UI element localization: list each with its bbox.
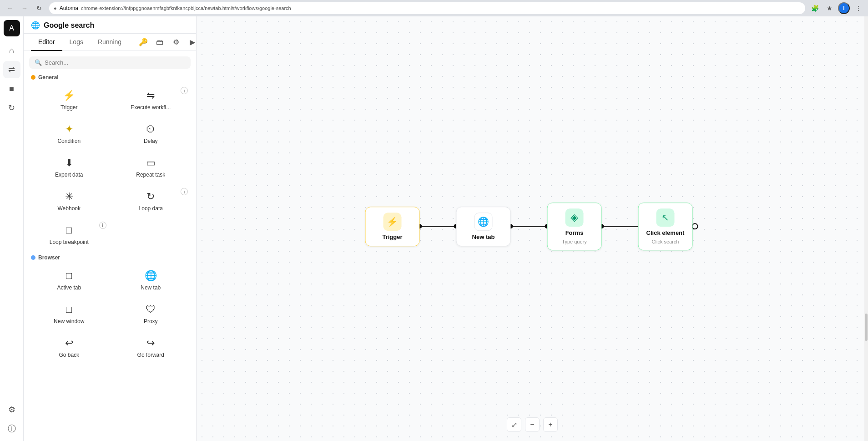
new-tab-card[interactable]: 🌐 New tab: [456, 207, 511, 246]
trigger-node-title: Trigger: [382, 233, 402, 240]
general-nodes-grid: ⚡ Trigger i ⇋ Execute workfl... ✦ Condit…: [29, 84, 191, 251]
bookmark-button[interactable]: ★: [823, 2, 835, 14]
loop-bp-icon: □: [66, 224, 72, 236]
play-button[interactable]: ▶: [185, 35, 197, 50]
tab-editor[interactable]: Editor: [31, 34, 62, 51]
click-element-card[interactable]: ↖ Click element Click search: [638, 203, 693, 250]
node-condition[interactable]: ✦ Condition: [29, 118, 109, 150]
node-loop-breakpoint[interactable]: i □ Loop breakpoint: [29, 219, 109, 251]
new-tab-icon: 🌐: [145, 270, 157, 282]
sidebar-item-home[interactable]: ⌂: [3, 42, 20, 59]
active-tab-label: Active tab: [57, 284, 81, 291]
node-repeat-task[interactable]: ▭ Repeat task: [111, 152, 191, 183]
workflow-toolbar: 🔑 🗃 ⚙ ▶ ⋮ 💾 Save: [136, 35, 197, 50]
canvas-area[interactable]: ⚡ Trigger 🌐 New tab: [197, 16, 868, 441]
node-active-tab[interactable]: □ Active tab: [29, 264, 109, 296]
go-forward-icon: ↪: [146, 337, 155, 349]
sidebar-item-settings[interactable]: ⚙: [3, 401, 20, 418]
zoom-out-button[interactable]: −: [525, 417, 540, 432]
reload-button[interactable]: ↻: [33, 2, 45, 15]
sidebar-bottom: ⚙ ⓘ: [3, 401, 20, 437]
sidebar-item-workflows[interactable]: ⇌: [3, 61, 20, 78]
active-tab-icon: □: [66, 270, 72, 282]
sidebar-item-info[interactable]: ⓘ: [3, 420, 20, 437]
chrome-menu-button[interactable]: ⋮: [853, 2, 864, 14]
workflow-tabs-toolbar: Editor Logs Running 🔑 🗃 ⚙ ▶ ⋮ 💾 Save: [24, 34, 196, 51]
node-trigger[interactable]: ⚡ Trigger: [29, 84, 109, 116]
forms-node-title: Forms: [565, 229, 584, 236]
canvas-node-new-tab[interactable]: 🌐 New tab: [456, 207, 511, 246]
node-new-window[interactable]: □ New window: [29, 298, 109, 330]
panel-area: 🌐 Google search Editor Logs Running 🔑 🗃 …: [24, 16, 868, 441]
export-icon: ⬇: [65, 157, 73, 169]
go-back-label: Go back: [59, 352, 79, 358]
node-proxy[interactable]: 🛡 Proxy: [111, 298, 191, 330]
canvas-controls: ⤢ − +: [507, 417, 558, 432]
app-logo[interactable]: A: [4, 20, 20, 36]
loop-data-info-btn[interactable]: i: [181, 188, 188, 195]
node-execute-workflow[interactable]: i ⇋ Execute workfl...: [111, 84, 191, 116]
click-element-node-title: Click element: [646, 229, 685, 236]
search-icon: 🔍: [35, 59, 42, 66]
settings-button[interactable]: ⚙: [169, 35, 183, 50]
canvas-node-trigger[interactable]: ⚡ Trigger: [365, 207, 420, 246]
click-element-node-subtitle: Click search: [652, 239, 679, 244]
canvas-node-click-element[interactable]: ↖ Click element Click search: [638, 203, 693, 250]
loop-bp-label: Loop breakpoint: [50, 239, 89, 245]
key-button[interactable]: 🔑: [136, 35, 151, 50]
right-scrollbar[interactable]: [864, 16, 868, 441]
address-bar[interactable]: ● Automa chrome-extension://infppggnoaen…: [49, 2, 805, 14]
nodes-list: 🔍 General ⚡ Trigger i ⇋ Exec: [24, 51, 196, 441]
sidebar-item-packages[interactable]: ■: [3, 80, 20, 97]
delay-label: Delay: [144, 138, 158, 144]
tab-logs[interactable]: Logs: [62, 34, 91, 51]
node-new-tab[interactable]: 🌐 New tab: [111, 264, 191, 296]
node-export-data[interactable]: ⬇ Export data: [29, 152, 109, 183]
canvas-node-forms[interactable]: ◈ Forms Type query: [547, 203, 602, 250]
loop-bp-info-btn[interactable]: i: [99, 222, 106, 229]
connector-2: [509, 219, 550, 233]
click-element-node-icon: ↖: [656, 208, 675, 227]
zoom-in-button[interactable]: +: [543, 417, 558, 432]
sidebar-item-history[interactable]: ↻: [3, 99, 20, 117]
storage-button[interactable]: 🗃: [152, 35, 167, 50]
connector-1: [418, 219, 459, 233]
app-sidebar: A ⌂ ⇌ ■ ↻ ⚙ ⓘ: [0, 16, 24, 441]
workflow-title: Google search: [44, 21, 94, 30]
extensions-button[interactable]: 🧩: [809, 2, 821, 14]
browser-section-label: Browser: [31, 254, 189, 261]
proxy-label: Proxy: [144, 318, 158, 324]
node-go-forward[interactable]: ↪ Go forward: [111, 332, 191, 364]
forms-node-subtitle: Type query: [562, 239, 586, 244]
back-button[interactable]: ←: [4, 2, 16, 15]
canvas-flow: ⚡ Trigger 🌐 New tab: [365, 203, 700, 250]
chrome-nav-buttons: ← → ↻: [4, 2, 45, 15]
new-tab-node-title: New tab: [472, 233, 495, 240]
execute-info-btn[interactable]: i: [181, 87, 188, 94]
profile-button[interactable]: I: [838, 2, 850, 14]
execute-label: Execute workfl...: [131, 104, 171, 111]
forms-card[interactable]: ◈ Forms Type query: [547, 203, 602, 250]
condition-label: Condition: [57, 138, 81, 144]
go-forward-label: Go forward: [137, 352, 164, 358]
new-tab-node-icon: 🌐: [474, 213, 493, 231]
search-box[interactable]: 🔍: [29, 56, 191, 69]
workflow-header-row: 🌐 Google search: [24, 16, 196, 34]
webhook-icon: ✳: [65, 191, 73, 203]
go-back-icon: ↩: [65, 337, 73, 349]
loop-data-label: Loop data: [139, 205, 163, 212]
browser-label: Browser: [38, 254, 60, 261]
new-tab-label: New tab: [141, 284, 161, 291]
chrome-browser-bar: ← → ↻ ● Automa chrome-extension://infppg…: [0, 0, 868, 16]
svg-point-5: [692, 223, 698, 229]
expand-button[interactable]: ⤢: [507, 417, 521, 432]
chrome-right-icons: 🧩 ★ I ⋮: [809, 2, 864, 14]
tab-running[interactable]: Running: [91, 34, 129, 51]
node-delay[interactable]: ⏲ Delay: [111, 118, 191, 150]
trigger-card[interactable]: ⚡ Trigger: [365, 207, 420, 246]
node-webhook[interactable]: ✳ Webhook: [29, 185, 109, 217]
node-go-back[interactable]: ↩ Go back: [29, 332, 109, 364]
node-loop-data[interactable]: i ↻ Loop data: [111, 185, 191, 217]
forward-button[interactable]: →: [18, 2, 31, 15]
search-input[interactable]: [45, 59, 185, 66]
